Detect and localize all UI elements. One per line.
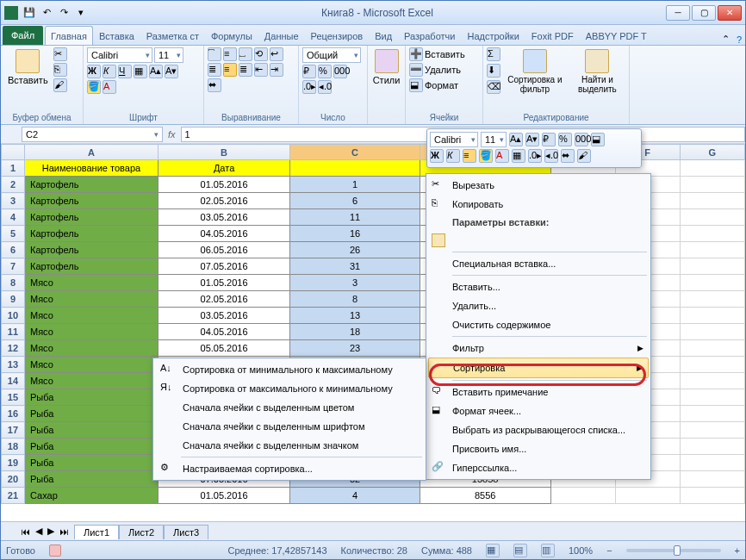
tab-data[interactable]: Данные: [258, 26, 305, 45]
cell-C6[interactable]: 26: [290, 242, 420, 258]
cell-A21[interactable]: Сахар: [24, 488, 158, 504]
maximize-button[interactable]: ▢: [692, 5, 716, 21]
row-header-17[interactable]: 17: [2, 422, 25, 439]
sheet-nav-next-icon[interactable]: ▶: [45, 526, 57, 537]
ctx-paste-special[interactable]: Специальная вставка...: [428, 254, 649, 273]
sub-sort-icon[interactable]: Сначала ячейки с выделенным значком: [155, 436, 424, 455]
mini-size-combo[interactable]: 11: [481, 132, 507, 147]
tab-view[interactable]: Вид: [369, 26, 398, 45]
mini-fontcolor-icon[interactable]: A: [495, 149, 509, 163]
mini-font-combo[interactable]: Calibri: [430, 132, 478, 147]
fill-icon[interactable]: ⬇: [487, 64, 500, 78]
save-icon[interactable]: 💾: [22, 5, 37, 21]
cell-G6[interactable]: [680, 242, 744, 258]
styles-button[interactable]: Стили: [371, 47, 401, 87]
cell-C3[interactable]: 6: [290, 193, 420, 209]
redo-icon[interactable]: ↷: [56, 5, 71, 21]
sheet-tab-3[interactable]: Лист3: [164, 525, 208, 539]
tab-insert[interactable]: Вставка: [93, 26, 140, 45]
ctx-define-name[interactable]: Присвоить имя...: [428, 439, 649, 458]
cell-C2[interactable]: 1: [290, 177, 420, 193]
cell-A20[interactable]: Рыба: [24, 471, 158, 488]
font-color-icon[interactable]: A: [103, 80, 116, 94]
select-all-corner[interactable]: [2, 145, 25, 160]
decrease-indent-icon[interactable]: ⇤: [254, 63, 268, 77]
sub-sort-font[interactable]: Сначала ячейки с выделенным шрифтом: [155, 417, 424, 436]
increase-font-icon[interactable]: A▴: [149, 65, 163, 78]
cell-C8[interactable]: 3: [290, 275, 420, 291]
zoom-slider[interactable]: [626, 549, 721, 552]
row-header-14[interactable]: 14: [2, 373, 25, 389]
align-center-icon[interactable]: ≡: [223, 63, 237, 77]
row-header-2[interactable]: 2: [2, 177, 25, 193]
mini-grow-font-icon[interactable]: A▴: [509, 133, 523, 146]
cell-A19[interactable]: Рыба: [24, 455, 158, 471]
cell-G9[interactable]: [680, 291, 744, 308]
cell-C7[interactable]: 31: [290, 258, 420, 275]
cell-A6[interactable]: Картофель: [24, 242, 158, 258]
row-header-1[interactable]: 1: [2, 160, 25, 177]
cell-B11[interactable]: 04.05.2016: [158, 324, 289, 340]
tab-file[interactable]: Файл: [3, 26, 43, 45]
align-top-icon[interactable]: ⎴: [208, 47, 221, 61]
cell-C9[interactable]: 8: [290, 291, 420, 308]
mini-dec-decimal-icon[interactable]: ◂.0: [544, 149, 558, 163]
cell-G19[interactable]: [680, 455, 744, 471]
mini-format-icon[interactable]: ⬓: [591, 133, 605, 146]
sub-sort-color[interactable]: Сначала ячейки с выделенным цветом: [155, 398, 424, 417]
cell-F21[interactable]: [615, 488, 680, 504]
col-header-C[interactable]: C: [290, 145, 420, 160]
cell-A8[interactable]: Мясо: [24, 275, 158, 291]
row-header-16[interactable]: 16: [2, 406, 25, 422]
cell-A16[interactable]: Рыба: [24, 406, 158, 422]
close-button[interactable]: ✕: [718, 5, 742, 21]
row-header-5[interactable]: 5: [2, 226, 25, 242]
cell-B10[interactable]: 03.05.2016: [158, 308, 289, 324]
cell-B3[interactable]: 02.05.2016: [158, 193, 289, 209]
mini-center-icon[interactable]: ≡: [463, 149, 476, 163]
cell-G7[interactable]: [680, 258, 744, 275]
align-bottom-icon[interactable]: ⎵: [239, 47, 252, 61]
row-header-3[interactable]: 3: [2, 193, 25, 209]
sheet-nav-last-icon[interactable]: ⏭: [57, 526, 74, 537]
row-header-8[interactable]: 8: [2, 275, 25, 291]
mini-merge-icon[interactable]: ⬌: [561, 149, 575, 163]
paste-button[interactable]: Вставить: [4, 47, 52, 87]
ctx-filter[interactable]: Фильтр▶: [428, 339, 649, 358]
cell-B7[interactable]: 07.05.2016: [158, 258, 289, 275]
cell-C4[interactable]: 11: [290, 209, 420, 226]
sub-sort-asc[interactable]: A↓Сортировка от минимального к максималь…: [155, 360, 424, 379]
ctx-format-cells[interactable]: ⬓Формат ячеек...: [428, 401, 649, 420]
bold-icon[interactable]: Ж: [87, 65, 101, 78]
cell-G18[interactable]: [680, 439, 744, 455]
view-normal-icon[interactable]: ▦: [486, 544, 500, 557]
sheet-tab-1[interactable]: Лист1: [74, 525, 119, 539]
cell-G11[interactable]: [680, 324, 744, 340]
cell-B2[interactable]: 01.05.2016: [158, 177, 289, 193]
row-header-10[interactable]: 10: [2, 308, 25, 324]
mini-bold-icon[interactable]: Ж: [430, 149, 444, 163]
col-header-G[interactable]: G: [680, 145, 744, 160]
row-header-15[interactable]: 15: [2, 389, 25, 406]
view-pagelayout-icon[interactable]: ▤: [513, 544, 527, 557]
qat-more-icon[interactable]: ▾: [73, 5, 89, 21]
cell-A17[interactable]: Рыба: [24, 422, 158, 439]
find-select-button[interactable]: Найти и выделить: [569, 47, 625, 96]
cells-delete-button[interactable]: ➖Удалить: [409, 63, 461, 77]
cell-G8[interactable]: [680, 275, 744, 291]
sheet-nav-first-icon[interactable]: ⏮: [18, 526, 33, 537]
mini-shrink-font-icon[interactable]: A▾: [525, 133, 539, 146]
autosum-icon[interactable]: Σ: [487, 47, 500, 61]
cell-B5[interactable]: 04.05.2016: [158, 226, 289, 242]
help-icon[interactable]: ?: [733, 34, 745, 45]
row-header-21[interactable]: 21: [2, 488, 25, 504]
ctx-hyperlink[interactable]: 🔗Гиперссылка...: [428, 458, 649, 477]
cells-insert-button[interactable]: ➕Вставить: [409, 47, 465, 61]
cell-G1[interactable]: [680, 160, 744, 177]
cell-B21[interactable]: 01.05.2016: [158, 488, 289, 504]
mini-fill-icon[interactable]: 🪣: [479, 149, 493, 163]
cell-G15[interactable]: [680, 389, 744, 406]
cell-D21[interactable]: 8556: [420, 488, 550, 504]
cell-C12[interactable]: 23: [290, 340, 420, 357]
cell-A9[interactable]: Мясо: [24, 291, 158, 308]
